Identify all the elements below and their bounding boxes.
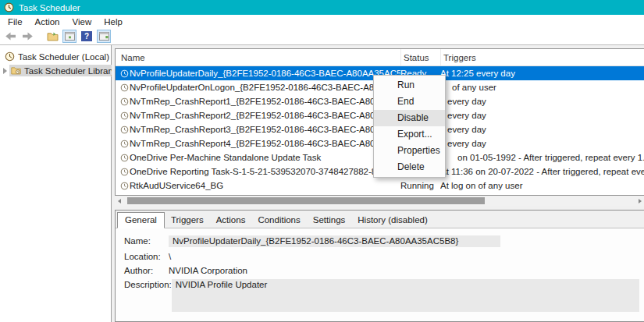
task-clock-icon — [119, 168, 130, 176]
task-clock-icon — [119, 69, 130, 78]
sidebar-item-label: Task Scheduler Library — [24, 66, 116, 76]
task-trigger: every day — [440, 125, 644, 134]
context-menu-item[interactable]: Export... — [374, 126, 445, 143]
horizontal-scrollbar[interactable] — [115, 196, 644, 206]
task-clock-icon — [119, 83, 130, 92]
help-icon[interactable]: ? — [80, 30, 94, 43]
context-menu-item[interactable]: Run — [374, 77, 445, 94]
details-tab[interactable]: Actions — [210, 213, 252, 228]
task-trigger: every day — [440, 139, 644, 148]
task-clock-icon — [119, 140, 130, 148]
task-name: RtkAudUService64_BG — [130, 181, 400, 190]
author-label: Author: — [124, 265, 169, 275]
task-trigger: every day — [440, 111, 644, 120]
task-name: NvTmRep_CrashReport2_{B2FE1952-0186-46C3… — [130, 111, 400, 120]
task-name: NvTmRep_CrashReport1_{B2FE1952-0186-46C3… — [130, 97, 400, 106]
chevron-right-icon[interactable] — [3, 68, 7, 74]
task-clock-icon — [119, 182, 130, 190]
task-clock-icon — [119, 111, 130, 120]
task-name: NvProfileUpdaterOnLogon_{B2FE1952-0186-4… — [130, 83, 400, 92]
show-hide-pane-icon[interactable] — [62, 30, 76, 43]
context-menu-item[interactable]: Disable — [374, 110, 445, 126]
description-field[interactable]: NVIDIA Profile Updater — [172, 279, 639, 312]
sidebar-item-task-scheduler-local[interactable]: Task Scheduler (Local) — [0, 50, 111, 63]
details-tab[interactable]: History (disabled) — [351, 213, 433, 228]
context-menu-item[interactable]: End — [374, 94, 445, 110]
task-name: NvProfileUpdaterDaily_{B2FE1952-0186-46C… — [130, 69, 400, 78]
column-header-triggers[interactable]: Triggers — [440, 49, 644, 65]
field-row-location: Location: \ — [124, 251, 639, 261]
show-console-tree-icon[interactable] — [45, 30, 59, 43]
task-clock-icon — [119, 126, 130, 134]
task-trigger: At log on of any user — [440, 181, 644, 190]
name-label: Name: — [124, 235, 169, 246]
context-menu-item[interactable]: Properties — [374, 143, 445, 159]
task-name: OneDrive Reporting Task-S-1-5-21-5395320… — [130, 167, 400, 176]
field-row-name: Name: NvProfileUpdaterDaily_{B2FE1952-01… — [124, 235, 639, 247]
description-label: Description: — [124, 279, 172, 289]
task-trigger: At 12:25 every day — [440, 69, 644, 78]
menu-item[interactable]: File — [2, 17, 29, 27]
forward-arrow-icon[interactable] — [20, 30, 34, 42]
app-clock-icon — [4, 2, 14, 12]
scroll-left-icon[interactable] — [115, 196, 123, 206]
column-header-name[interactable]: Name — [116, 53, 400, 62]
back-arrow-icon[interactable] — [3, 30, 17, 42]
list-header: Name Status Triggers — [116, 49, 644, 66]
task-details-panel: GeneralTriggersActionsConditionsSettings… — [115, 210, 644, 322]
details-tab[interactable]: Triggers — [165, 213, 210, 228]
column-header-status[interactable]: Status — [400, 49, 440, 65]
field-row-description: Description: NVIDIA Profile Updater — [124, 279, 639, 312]
details-tab[interactable]: General — [117, 212, 165, 228]
clock-icon — [5, 51, 15, 62]
task-scheduler-window: Task Scheduler FileActionViewHelp — [0, 0, 644, 322]
menu-item[interactable]: Action — [29, 17, 66, 27]
menu-bar: FileActionViewHelp — [0, 15, 644, 28]
window-title: Task Scheduler — [19, 3, 80, 12]
context-menu-item[interactable]: Delete — [374, 159, 445, 175]
task-name: NvTmRep_CrashReport3_{B2FE1952-0186-46C3… — [130, 125, 400, 134]
show-action-pane-icon[interactable] — [97, 30, 111, 43]
menu-item[interactable]: Help — [98, 17, 129, 27]
location-value: \ — [169, 251, 171, 261]
task-clock-icon — [119, 97, 130, 106]
task-clock-icon — [119, 154, 130, 162]
help-glyph: ? — [81, 31, 92, 41]
task-status: Running — [400, 181, 440, 190]
location-label: Location: — [124, 251, 169, 261]
folder-clock-icon — [11, 65, 21, 76]
console-tree: Task Scheduler (Local) Task Scheduler Li… — [0, 45, 112, 322]
context-menu: RunEndDisableExport...PropertiesDelete — [373, 75, 446, 178]
toolbar: ? — [0, 28, 644, 44]
sidebar-item-task-scheduler-library[interactable]: Task Scheduler Library — [0, 64, 111, 77]
details-tab[interactable]: Conditions — [251, 213, 306, 228]
details-tabs: GeneralTriggersActionsConditionsSettings… — [116, 211, 644, 228]
task-trigger: every day — [440, 97, 644, 106]
sidebar-item-label: Task Scheduler (Local) — [18, 52, 109, 62]
selected-tree-node: Task Scheduler Library — [9, 65, 118, 76]
task-trigger: At 11:36 on 20-07-2022 - After triggered… — [440, 167, 644, 176]
scroll-right-icon[interactable] — [635, 196, 644, 206]
author-value: NVIDIA Corporation — [169, 265, 247, 275]
field-row-author: Author: NVIDIA Corporation — [124, 265, 639, 275]
general-tab-content: Name: NvProfileUpdaterDaily_{B2FE1952-01… — [116, 228, 644, 321]
title-bar[interactable]: Task Scheduler — [0, 0, 644, 15]
task-name: NvTmRep_CrashReport4_{B2FE1952-0186-46C3… — [130, 139, 400, 148]
menu-item[interactable]: View — [66, 17, 98, 27]
name-field[interactable]: NvProfileUpdaterDaily_{B2FE1952-0186-46C… — [169, 235, 500, 247]
table-row[interactable]: RtkAudUService64_BG Running At log on of… — [116, 179, 644, 193]
details-tab[interactable]: Settings — [307, 213, 352, 228]
scrollbar-thumb[interactable] — [127, 197, 485, 204]
content-area: Task Scheduler (Local) Task Scheduler Li… — [0, 44, 644, 322]
task-trigger: on 01-05-1992 - After triggered, repeat … — [440, 153, 644, 162]
task-trigger: of any user — [440, 83, 644, 92]
task-name: OneDrive Per-Machine Standalone Update T… — [130, 153, 400, 162]
